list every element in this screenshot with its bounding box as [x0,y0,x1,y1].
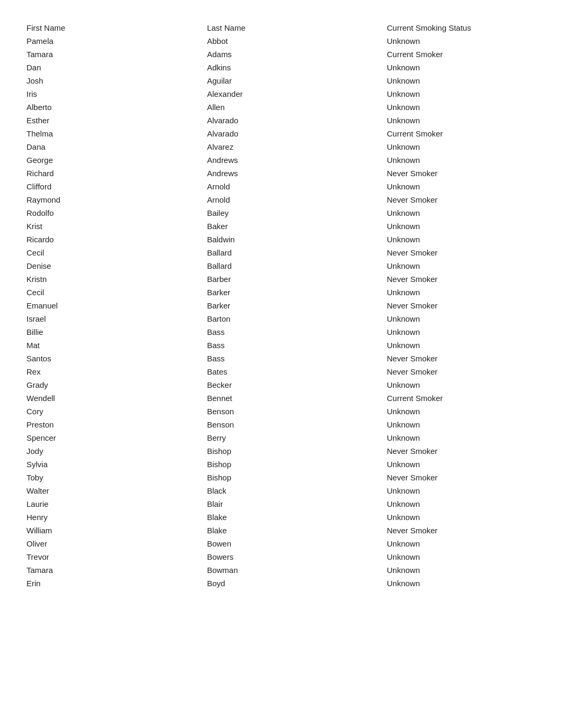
cell-37-0: William [26,524,207,537]
cell-22-0: Billie [26,325,207,339]
table-row: IsraelBartonUnknown [26,312,536,325]
cell-32-2: Unknown [387,458,536,471]
cell-4-1: Alexander [207,87,387,101]
cell-8-1: Alvarez [207,140,387,153]
table-row: KristnBarberNever Smoker [26,272,536,286]
cell-3-2: Unknown [387,74,536,87]
cell-11-1: Arnold [207,180,387,193]
table-row: TamaraBowmanUnknown [26,563,536,577]
cell-30-2: Unknown [387,431,536,444]
table-row: PamelaAbbotUnknown [26,34,536,48]
table-row: RexBatesNever Smoker [26,365,536,378]
cell-40-2: Unknown [387,563,536,577]
cell-26-2: Unknown [387,378,536,392]
table-row: TamaraAdamsCurrent Smoker [26,48,536,61]
table-row: OliverBowenUnknown [26,537,536,550]
cell-30-0: Spencer [26,431,207,444]
table-row: IrisAlexanderUnknown [26,87,536,101]
cell-1-0: Tamara [26,48,207,61]
cell-11-0: Clifford [26,180,207,193]
table-row: TobyBishopNever Smoker [26,471,536,484]
cell-41-1: Boyd [207,577,387,590]
cell-1-1: Adams [207,48,387,61]
table-row: GeorgeAndrewsUnknown [26,153,536,167]
cell-16-2: Never Smoker [387,246,536,259]
cell-7-1: Alvarado [207,127,387,140]
cell-12-0: Raymond [26,193,207,206]
table-row: MatBassUnknown [26,339,536,352]
cell-10-2: Never Smoker [387,167,536,180]
cell-15-2: Unknown [387,233,536,246]
cell-5-0: Alberto [26,101,207,114]
cell-7-0: Thelma [26,127,207,140]
cell-32-0: Sylvia [26,458,207,471]
cell-33-1: Bishop [207,471,387,484]
cell-41-2: Unknown [387,577,536,590]
table-row: CliffordArnoldUnknown [26,180,536,193]
cell-36-1: Blake [207,511,387,524]
smoking-status-table: First NameLast NameCurrent Smoking Statu… [26,21,536,590]
cell-31-1: Bishop [207,444,387,458]
table-row: LaurieBlairUnknown [26,497,536,511]
cell-18-2: Never Smoker [387,272,536,286]
cell-29-1: Benson [207,418,387,431]
column-header-1: Last Name [207,21,387,34]
cell-28-0: Cory [26,405,207,418]
cell-32-1: Bishop [207,458,387,471]
cell-20-0: Emanuel [26,299,207,312]
cell-13-0: Rodolfo [26,206,207,220]
cell-6-0: Esther [26,114,207,127]
cell-25-1: Bates [207,365,387,378]
cell-34-1: Black [207,484,387,497]
cell-35-1: Blair [207,497,387,511]
cell-6-1: Alvarado [207,114,387,127]
cell-38-0: Oliver [26,537,207,550]
table-row: WalterBlackUnknown [26,484,536,497]
cell-14-2: Unknown [387,220,536,233]
cell-17-2: Unknown [387,259,536,272]
table-row: RicardoBaldwinUnknown [26,233,536,246]
cell-34-2: Unknown [387,484,536,497]
cell-3-1: Aguilar [207,74,387,87]
cell-10-1: Andrews [207,167,387,180]
cell-9-0: George [26,153,207,167]
table-row: DeniseBallardUnknown [26,259,536,272]
cell-39-1: Bowers [207,550,387,563]
cell-13-1: Bailey [207,206,387,220]
table-row: JodyBishopNever Smoker [26,444,536,458]
table-row: SylviaBishopUnknown [26,458,536,471]
cell-39-2: Unknown [387,550,536,563]
cell-25-2: Never Smoker [387,365,536,378]
table-row: DanaAlvarezUnknown [26,140,536,153]
cell-31-2: Never Smoker [387,444,536,458]
cell-26-0: Grady [26,378,207,392]
table-row: ErinBoydUnknown [26,577,536,590]
cell-12-1: Arnold [207,193,387,206]
cell-41-0: Erin [26,577,207,590]
cell-9-2: Unknown [387,153,536,167]
cell-5-1: Allen [207,101,387,114]
cell-35-0: Laurie [26,497,207,511]
table-row: KristBakerUnknown [26,220,536,233]
cell-12-2: Never Smoker [387,193,536,206]
cell-11-2: Unknown [387,180,536,193]
table-row: CecilBarkerUnknown [26,286,536,299]
cell-29-0: Preston [26,418,207,431]
column-header-2: Current Smoking Status [387,21,536,34]
table-row: AlbertoAllenUnknown [26,101,536,114]
cell-28-1: Benson [207,405,387,418]
cell-34-0: Walter [26,484,207,497]
cell-13-2: Unknown [387,206,536,220]
cell-22-2: Unknown [387,325,536,339]
table-row: BillieBassUnknown [26,325,536,339]
cell-14-1: Baker [207,220,387,233]
cell-33-0: Toby [26,471,207,484]
cell-23-1: Bass [207,339,387,352]
cell-21-2: Unknown [387,312,536,325]
cell-19-2: Unknown [387,286,536,299]
cell-36-2: Unknown [387,511,536,524]
table-row: HenryBlakeUnknown [26,511,536,524]
cell-19-1: Barker [207,286,387,299]
cell-15-0: Ricardo [26,233,207,246]
cell-2-0: Dan [26,61,207,74]
